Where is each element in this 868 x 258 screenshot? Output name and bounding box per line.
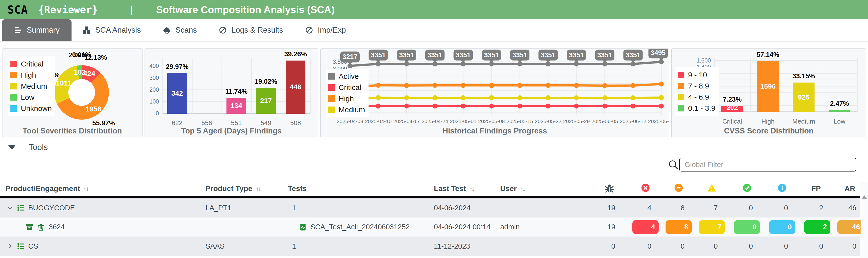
brand-logo: SCA: [7, 3, 28, 16]
bar-value: 1596: [748, 82, 788, 90]
bubble-value: 3351: [399, 51, 414, 59]
legend-item-0-1-3-9[interactable]: 0.1 - 3.9: [678, 103, 715, 114]
legend-swatch: [678, 94, 684, 100]
scroll-up-arrow-icon[interactable]: [862, 195, 867, 199]
y-axis-tick: 0: [145, 110, 159, 117]
collapse-caret-icon[interactable]: [8, 145, 16, 150]
legend-item-7-8-9[interactable]: 7 - 8.9: [678, 80, 715, 91]
sort-icon[interactable]: ↑↓: [469, 185, 474, 192]
legend-item-critical[interactable]: Critical: [328, 82, 365, 93]
file-report-icon[interactable]: [299, 223, 307, 231]
legend-item-9-10[interactable]: 9 - 10: [678, 69, 715, 80]
trash-icon[interactable]: [37, 223, 45, 231]
slash-icon: [305, 26, 313, 34]
stat-cell: 0: [766, 218, 799, 236]
legend-item-medium[interactable]: Medium: [10, 81, 52, 92]
bubble-value: 3351: [371, 51, 385, 59]
panel-historical-progress: Historical Findings Progress 05001.0001.…: [320, 48, 669, 137]
bubble-value: 3351: [484, 51, 499, 59]
data-point: [602, 104, 607, 109]
stat-cell: 8: [662, 218, 695, 236]
test-name-link[interactable]: SCA_Test_Acli_202406031252: [310, 223, 410, 231]
chart-legend: 9 - 107 - 8.94 - 6.90.1 - 3.9: [675, 67, 719, 116]
data-point: [432, 83, 437, 88]
data-point: [659, 104, 664, 109]
series-line-high: [350, 84, 661, 87]
legend-item-high[interactable]: High: [10, 69, 52, 81]
tab-logs-results[interactable]: Logs & Results: [208, 19, 294, 41]
legend-swatch: [10, 72, 17, 78]
data-point: [574, 96, 579, 100]
y-axis-tick: 200: [145, 86, 159, 93]
legend-swatch: [10, 105, 17, 112]
x-axis-tick: 2025-05-08: [478, 118, 505, 124]
column-header-ar[interactable]: AR: [844, 184, 855, 193]
stat-cell: 0: [662, 236, 695, 256]
product-name[interactable]: CS: [28, 242, 38, 250]
column-header-tests[interactable]: Tests: [288, 184, 307, 193]
column-label: Last Test: [434, 184, 466, 192]
column-header-product-engagement[interactable]: Product/Engagement↑↓: [5, 184, 88, 193]
data-point: [461, 104, 466, 109]
product-row-cs[interactable]: CSSAAS111-12-202300000000: [0, 236, 860, 256]
column-header-user[interactable]: User↑↓: [500, 184, 525, 193]
stat-cell: 19: [593, 198, 626, 218]
product-row-buggycode[interactable]: BUGGYCODELA_PT1104-06-20241948700246: [0, 198, 860, 218]
stat-cell: 19: [593, 218, 626, 236]
legend-item-unknown[interactable]: Unknown: [10, 103, 52, 114]
severity-count-badge: 7: [699, 220, 725, 234]
tab-summary[interactable]: Summary: [2, 19, 71, 41]
tab-sca-analysis[interactable]: SCA Analysis: [71, 19, 152, 41]
engagement-id[interactable]: 3624: [49, 223, 65, 231]
y-axis-tick: 1.600: [672, 57, 711, 64]
legend-item-4-6-9[interactable]: 4 - 6.9: [678, 91, 715, 103]
legend-item-low[interactable]: Low: [10, 92, 52, 103]
global-filter-input[interactable]: [679, 158, 856, 172]
x-axis-tick: 2025-05-15: [506, 118, 533, 124]
name-cell: 3624: [26, 218, 65, 236]
data-point: [376, 83, 381, 88]
legend-item-high[interactable]: High: [328, 93, 365, 104]
bar-value: 448: [276, 83, 315, 91]
data-point: [631, 96, 636, 100]
slash-icon: [219, 26, 227, 34]
legend-label: High: [21, 71, 36, 79]
legend-swatch: [678, 105, 684, 111]
chevron-down-icon[interactable]: [6, 204, 14, 212]
list-green-icon: [17, 242, 25, 250]
legend-item-active[interactable]: Active: [328, 71, 365, 82]
column-header-fp[interactable]: FP: [811, 184, 821, 193]
product-name[interactable]: BUGGYCODE: [28, 204, 75, 212]
data-point: [574, 104, 579, 109]
stat-cell: 4: [629, 218, 662, 236]
table-scrollbar[interactable]: [861, 182, 868, 258]
column-label: User: [500, 184, 517, 192]
tab-scans[interactable]: Scans: [152, 19, 208, 41]
legend-label: 4 - 6.9: [688, 93, 709, 101]
sort-icon[interactable]: ↑↓: [520, 185, 525, 192]
data-point: [376, 95, 381, 100]
legend-item-medium[interactable]: Medium: [328, 104, 365, 115]
data-point: [602, 83, 607, 88]
search-icon: [668, 159, 679, 171]
column-header-product-type[interactable]: Product Type↑↓: [206, 184, 260, 193]
triangle-warning-icon: [707, 183, 716, 192]
legend-swatch: [328, 96, 335, 102]
x-axis-tick: 2025-06-19: [648, 118, 669, 124]
sort-icon[interactable]: ↑↓: [256, 185, 260, 192]
box-archive-icon[interactable]: [26, 223, 33, 231]
chevron-right-icon[interactable]: [6, 243, 14, 250]
severity-count-badge: 46: [837, 220, 864, 234]
x-axis-tick: 2025-05-29: [563, 118, 590, 124]
tab-imp-exp[interactable]: Imp/Exp: [294, 19, 357, 41]
bubble-value: 3351: [626, 51, 641, 59]
series-line-medium: [350, 98, 661, 99]
engagement-row-3624[interactable]: 3624SCA_Test_Acli_20240603125204-06-2024…: [0, 218, 860, 236]
legend-item-critical[interactable]: Critical: [10, 58, 52, 69]
column-header-last-test[interactable]: Last Test↑↓: [434, 184, 474, 193]
x-axis-tick: 2025-06-12: [620, 118, 646, 124]
column-header-circle-info: [778, 183, 786, 193]
column-label: Tests: [288, 184, 307, 192]
data-point: [546, 104, 551, 109]
sort-icon[interactable]: ↑↓: [84, 185, 88, 192]
